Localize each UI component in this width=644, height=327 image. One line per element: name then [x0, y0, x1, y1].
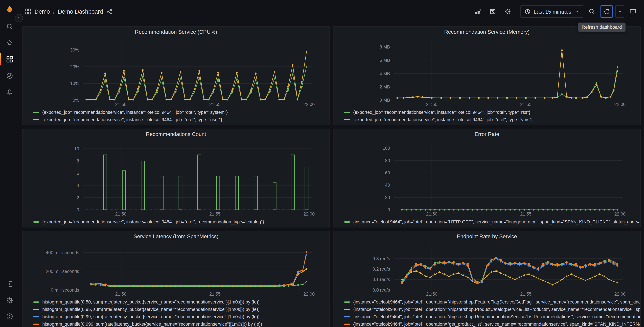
chart-plot-area[interactable]: 02040608010021:5021:5522:00: [334, 140, 640, 217]
series-point: [217, 72, 219, 73]
series-point: [525, 97, 527, 99]
sidebar-item-dashboards[interactable]: [0, 51, 19, 67]
chart-plot-area[interactable]: 0 milliseconds200 milliseconds400 millis…: [23, 242, 330, 297]
sidebar-item-starred[interactable]: [0, 34, 19, 51]
legend-item[interactable]: {instance="otelcol:9464", job="otel", op…: [334, 298, 640, 306]
legend-item[interactable]: {exported_job="recommendationservice", i…: [334, 116, 640, 123]
series-point: [570, 263, 572, 265]
legend-item[interactable]: histogram_quantile(0.95, sum(rate(latenc…: [23, 306, 330, 313]
legend-item[interactable]: histogram_quantile(0.99, sum(rate(latenc…: [23, 313, 330, 320]
series-point: [100, 92, 101, 94]
legend-item[interactable]: {exported_job="recommendationservice", i…: [334, 108, 640, 116]
sidebar-item-explore[interactable]: [0, 67, 19, 84]
legend-item[interactable]: {instance="otelcol:9464", job="otel", op…: [334, 218, 640, 226]
panel-title[interactable]: Error Rate: [334, 129, 640, 140]
series-point: [599, 262, 600, 264]
y-axis-tick-label: 200 milliseconds: [46, 269, 79, 274]
y-axis-tick-label: 400 milliseconds: [46, 250, 79, 255]
refresh-button[interactable]: [600, 5, 613, 18]
y-axis-tick-label: 4: [76, 183, 79, 188]
series-point: [410, 209, 412, 211]
grafana-logo[interactable]: [4, 4, 15, 15]
save-icon: [490, 8, 496, 15]
series-point: [292, 285, 294, 286]
series-point: [241, 99, 242, 100]
series-point: [227, 285, 228, 286]
panel-title[interactable]: Recommendations Count: [23, 129, 330, 140]
time-range-picker[interactable]: Last 15 minutes: [520, 5, 583, 18]
chart-plot-area[interactable]: 0.0 req/s0.1 req/s0.2 req/s0.3 req/s21:5…: [334, 242, 640, 297]
series-point: [166, 99, 167, 100]
legend-item[interactable]: histogram_quantile(0.50, sum(rate(latenc…: [23, 298, 330, 306]
sidebar-item-configuration[interactable]: [0, 292, 19, 308]
add-panel-button[interactable]: [472, 5, 484, 18]
svg-text:?: ?: [8, 314, 11, 318]
sidebar-item-help[interactable]: ?: [0, 308, 19, 324]
breadcrumb-current[interactable]: Demo Dashboard: [58, 8, 103, 15]
series-point: [422, 96, 423, 98]
series-point: [458, 209, 459, 211]
breadcrumb-parent[interactable]: Demo: [34, 8, 50, 15]
series-point: [396, 97, 398, 99]
sidebar-expand-toggle[interactable]: [15, 14, 23, 22]
series-point: [462, 274, 464, 276]
y-axis-tick-label: 0 milliseconds: [51, 288, 79, 292]
series-point: [287, 89, 289, 91]
series-point: [410, 268, 412, 270]
save-dashboard-button[interactable]: [487, 5, 499, 18]
series-point: [490, 209, 492, 211]
series-point: [533, 266, 534, 268]
series-point: [231, 284, 233, 286]
panel-title[interactable]: Service Latency (from SpanMetrics): [23, 231, 330, 242]
monitor-icon: [630, 8, 636, 15]
series-point: [514, 262, 516, 264]
series-point: [566, 276, 568, 277]
series-point: [260, 99, 262, 100]
series-point: [444, 274, 445, 275]
tv-mode-button[interactable]: [627, 5, 639, 18]
chart-plot-area[interactable]: 024681021:5021:5522:00: [23, 140, 330, 217]
series-point: [430, 267, 431, 269]
legend-item[interactable]: {exported_job="recommendationservice", i…: [23, 116, 330, 123]
legend-item[interactable]: {exported_job="recommendationservice", i…: [23, 218, 330, 226]
series-point: [528, 274, 530, 275]
dashboard-settings-button[interactable]: [502, 5, 514, 18]
bar-catalog: [291, 155, 294, 210]
time-range-label: Last 15 minutes: [534, 8, 571, 14]
series-point: [533, 209, 534, 211]
chart-plot-area[interactable]: 0%10%20%30%21:5021:5522:00: [23, 38, 330, 108]
refresh-interval-dropdown[interactable]: [615, 5, 624, 18]
series-point: [467, 264, 469, 266]
legend-item[interactable]: {exported_job="recommendationservice", i…: [23, 108, 330, 116]
series-point: [152, 99, 153, 100]
legend-color-marker: [33, 324, 39, 325]
series-point: [472, 209, 474, 211]
x-axis-tick-label: 21:55: [209, 102, 220, 107]
series-point: [589, 263, 591, 265]
series-point: [123, 70, 125, 72]
bell-icon: [6, 88, 13, 96]
legend-item[interactable]: histogram_quantile(0.999, sum(rate(laten…: [23, 320, 330, 327]
legend-item[interactable]: {instance="otelcol:9464", job="otel", op…: [334, 313, 640, 320]
series-point: [552, 284, 553, 286]
x-axis-tick-label: 21:55: [520, 102, 532, 107]
series-point: [608, 209, 610, 211]
series-point: [617, 66, 618, 68]
legend-label: histogram_quantile(0.95, sum(rate(latenc…: [42, 307, 260, 312]
sidebar-item-alerting[interactable]: [0, 84, 19, 100]
legend-item[interactable]: {instance="otelcol:9464", job="otel", op…: [334, 306, 640, 313]
share-icon[interactable]: [106, 8, 112, 14]
sidebar-item-sign-in[interactable]: [0, 276, 19, 292]
chart-plot-area[interactable]: 0 MB2 MB4 MB6 MB8 MB21:5021:5522:00: [334, 38, 640, 108]
panel-title[interactable]: Endpoint Rate by Service: [334, 231, 640, 242]
zoom-out-button[interactable]: [586, 5, 598, 18]
series-point: [509, 276, 511, 278]
series-point: [481, 281, 483, 282]
series-point: [114, 284, 116, 286]
legend-item[interactable]: {instance="otelcol:9464", job="otel", op…: [334, 320, 640, 327]
compass-icon: [6, 72, 13, 79]
series-point: [542, 280, 544, 281]
series-point: [100, 89, 101, 91]
series-point: [584, 265, 586, 267]
panel-title[interactable]: Recommendation Service (CPU%): [23, 27, 330, 38]
